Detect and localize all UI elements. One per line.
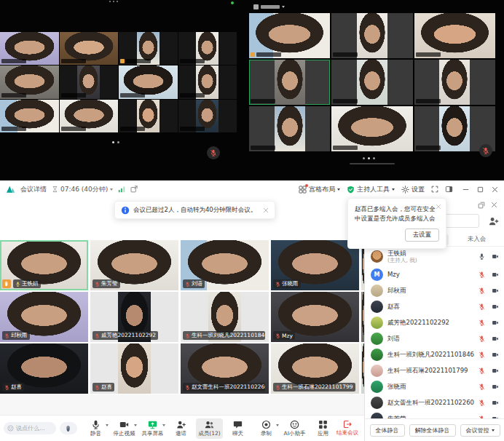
- fullscreen-icon[interactable]: [431, 186, 438, 193]
- video-tile[interactable]: Mzy: [271, 292, 359, 342]
- pagination-dots[interactable]: [112, 141, 119, 143]
- member-action-button[interactable]: 会议管控: [460, 424, 500, 437]
- camera-icon[interactable]: [492, 319, 499, 326]
- end-meeting-button[interactable]: 结束会议: [336, 420, 361, 437]
- toolbar-screen-share-button[interactable]: 共享屏幕: [139, 418, 166, 439]
- popout-icon[interactable]: [478, 202, 485, 209]
- video-tile[interactable]: [331, 106, 412, 151]
- go-to-settings-button[interactable]: 去设置: [405, 229, 440, 242]
- meeting-details-button[interactable]: 会议详情: [20, 185, 47, 194]
- video-tile[interactable]: [331, 60, 412, 105]
- quick-chat-input[interactable]: 说点什么...: [4, 422, 56, 434]
- toolbar-mic-button[interactable]: 静音: [82, 418, 109, 439]
- participant-row[interactable]: 邱秋雨: [365, 282, 504, 298]
- reaction-button[interactable]: [60, 422, 77, 434]
- video-tile[interactable]: [249, 60, 330, 105]
- video-tile[interactable]: [414, 60, 495, 105]
- unmute-button[interactable]: [479, 144, 492, 157]
- close-button[interactable]: [492, 186, 498, 193]
- video-tile[interactable]: [119, 100, 178, 132]
- member-action-button[interactable]: 全体静音: [370, 424, 405, 437]
- camera-icon[interactable]: [492, 271, 499, 278]
- chevron-down-icon[interactable]: [276, 424, 279, 426]
- scroll-indicator[interactable]: [350, 163, 395, 164]
- toolbar-record-button[interactable]: 录制: [253, 418, 280, 439]
- panel-toggle-icon[interactable]: [445, 186, 453, 193]
- video-tile[interactable]: 王铁娟: [0, 240, 88, 290]
- video-tile[interactable]: 赵喜: [0, 343, 88, 394]
- video-tile[interactable]: 生科一班刘晓凡20221101846: [181, 292, 269, 342]
- video-tile[interactable]: [0, 65, 59, 98]
- video-tile[interactable]: [331, 13, 412, 58]
- member-action-button[interactable]: 解除全体静音: [409, 424, 456, 437]
- video-tile[interactable]: 朱芳莹: [90, 240, 178, 290]
- camera-icon[interactable]: [492, 400, 499, 406]
- chevron-down-icon[interactable]: [134, 424, 137, 426]
- mic-muted-icon[interactable]: [479, 351, 485, 358]
- share-window-icon[interactable]: [130, 186, 138, 193]
- host-tools-button[interactable]: 主持人工具: [347, 185, 395, 194]
- video-tile[interactable]: [178, 100, 237, 132]
- toolbar-ai-button[interactable]: AI小助手: [281, 418, 308, 439]
- mic-muted-icon[interactable]: [479, 368, 485, 374]
- meeting-title-menu[interactable]: [253, 4, 285, 9]
- minimize-button[interactable]: [462, 186, 469, 193]
- mic-muted-icon[interactable]: [479, 287, 485, 294]
- maximize-button[interactable]: [477, 186, 484, 193]
- camera-icon[interactable]: [492, 303, 499, 310]
- person-add-icon[interactable]: [488, 216, 499, 226]
- camera-icon[interactable]: [492, 335, 499, 342]
- camera-icon[interactable]: [492, 384, 499, 390]
- mic-muted-icon[interactable]: [479, 384, 485, 390]
- video-tile[interactable]: [178, 32, 237, 65]
- toolbar-apps-button[interactable]: 应用: [310, 418, 336, 439]
- video-tile[interactable]: [249, 106, 330, 151]
- mic-muted-icon[interactable]: [479, 335, 485, 342]
- settings-button[interactable]: 设置: [401, 185, 425, 194]
- mic-muted-icon[interactable]: [479, 400, 485, 406]
- participant-row[interactable]: 赵喜: [365, 298, 504, 314]
- grid-layout-button[interactable]: 宫格布局: [299, 185, 340, 194]
- camera-icon[interactable]: [492, 287, 499, 294]
- unmute-button[interactable]: [207, 146, 220, 159]
- video-tile[interactable]: 张晓雨: [271, 240, 359, 290]
- participant-row[interactable]: 刘语: [365, 330, 504, 346]
- toolbar-members-button[interactable]: 成员(12): [196, 418, 223, 439]
- toolbar-chat-button[interactable]: 聊天: [224, 418, 251, 439]
- video-tile[interactable]: [60, 65, 119, 98]
- video-tile[interactable]: [119, 32, 178, 65]
- tab-not-joined[interactable]: 未入会: [449, 235, 504, 244]
- participant-row[interactable]: 生科一班刘晓凡20221101846: [365, 346, 504, 362]
- video-tile[interactable]: [0, 100, 59, 132]
- pagination-dots[interactable]: [363, 157, 375, 159]
- participant-row[interactable]: MMzy: [365, 266, 504, 282]
- video-tile[interactable]: 生科一班石琳20221101799: [271, 343, 359, 394]
- video-tile[interactable]: [414, 13, 495, 58]
- participant-row[interactable]: 戚芳艳20221102292: [365, 314, 504, 330]
- camera-icon[interactable]: [492, 253, 499, 260]
- video-tile[interactable]: [60, 32, 119, 65]
- close-icon[interactable]: [491, 202, 497, 208]
- network-signal-icon[interactable]: [118, 186, 125, 193]
- window-drag-handle[interactable]: [109, 1, 125, 3]
- toolbar-camera-button[interactable]: 停止视频: [111, 418, 138, 439]
- participant-row[interactable]: 张晓雨: [365, 378, 504, 394]
- video-tile[interactable]: 邱秋雨: [0, 292, 88, 342]
- chevron-down-icon[interactable]: [106, 424, 109, 426]
- participant-row[interactable]: 王铁娟(主持人, 我): [365, 247, 504, 266]
- mic-muted-icon[interactable]: [479, 271, 485, 278]
- chevron-down-icon[interactable]: [162, 424, 165, 426]
- mic-muted-icon[interactable]: [479, 303, 485, 310]
- toolbar-invite-button[interactable]: 邀请: [168, 418, 194, 439]
- tooltip-close-icon[interactable]: [436, 204, 441, 210]
- video-tile[interactable]: [249, 13, 330, 58]
- mic-on-icon[interactable]: [479, 253, 485, 260]
- meeting-timer[interactable]: 07:46 (40分钟): [52, 185, 113, 194]
- video-tile[interactable]: [60, 100, 119, 132]
- video-tile[interactable]: [119, 65, 178, 98]
- participant-row[interactable]: 生科一班石琳20221101799: [365, 362, 504, 378]
- video-tile[interactable]: [0, 32, 59, 65]
- video-tile[interactable]: [178, 65, 237, 98]
- toast-close-icon[interactable]: [263, 207, 269, 213]
- camera-icon[interactable]: [492, 368, 499, 374]
